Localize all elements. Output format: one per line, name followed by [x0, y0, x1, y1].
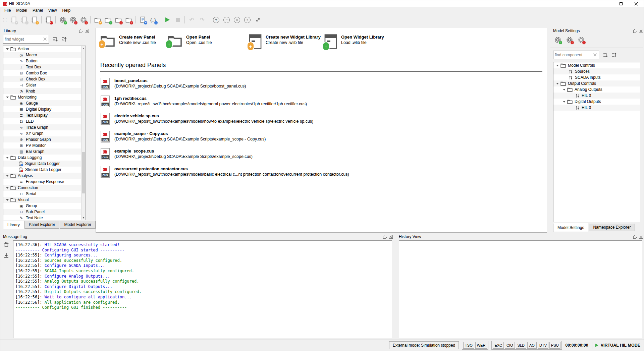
tree-row-text-box[interactable]: ⌶Text Box — [3, 64, 86, 70]
tree-row-digital-display[interactable]: ▦Digital Display — [3, 106, 86, 112]
status-flag-cio[interactable]: CIO — [505, 342, 515, 349]
status-flag-tso[interactable]: TSO — [463, 342, 474, 349]
scrollbar-thumb[interactable] — [82, 152, 85, 193]
expand-arrow-icon[interactable] — [6, 187, 9, 189]
float-panel-icon[interactable] — [633, 234, 637, 239]
expand-arrow-icon[interactable] — [6, 157, 9, 159]
tree-row-frequency-response[interactable]: ≋Frequency Response — [3, 179, 86, 185]
folder-badge-red-1-icon[interactable]: ↓ — [114, 15, 123, 24]
scroll-up-icon[interactable]: ▲ — [82, 46, 86, 50]
tree-row-text-display[interactable]: ≣Text Display — [3, 112, 86, 118]
gear-badge-red-icon[interactable]: ↓ — [68, 15, 77, 24]
tree-row-visual[interactable]: Visual — [3, 197, 86, 203]
expand-arrow-icon[interactable] — [6, 175, 9, 177]
folder-badge-yellow-icon[interactable]: + — [93, 15, 102, 24]
close-panel-icon[interactable] — [639, 234, 643, 239]
toolbar-drag-handle[interactable]: ⋮⋮ — [2, 18, 7, 22]
braces-badge-blue-icon[interactable]: {..}↓ — [149, 15, 158, 24]
tree-row-check-box[interactable]: ☑Check Box — [3, 76, 86, 82]
expand-arrow-icon[interactable] — [6, 48, 9, 50]
tree-row-sources[interactable]: Sources — [553, 68, 640, 74]
status-flag-psu[interactable]: PSU — [549, 342, 560, 349]
tree-row-trace-graph[interactable]: ∿Trace Graph — [3, 124, 86, 130]
tree-row-monitoring[interactable]: Monitoring — [3, 94, 86, 100]
gear-badge-red-icon[interactable]: ↓ — [565, 35, 574, 44]
float-panel-icon[interactable] — [633, 28, 637, 33]
tree-row-analysis[interactable]: Analysis — [3, 173, 86, 179]
tree-row-macro[interactable]: ◷Macro — [3, 52, 86, 58]
expand-all-icon[interactable] — [53, 37, 59, 43]
tree-row-phasor-graph[interactable]: ⊛Phasor Graph — [3, 136, 86, 142]
close-button[interactable] — [629, 0, 644, 7]
zoom-in-icon[interactable]: + — [212, 15, 221, 24]
gear-outline-badge-red-icon[interactable]: ↓ — [79, 15, 88, 24]
close-panel-icon[interactable] — [639, 28, 643, 33]
tree-row-slider[interactable]: ⊣Slider — [3, 82, 86, 88]
tree-row-signal-data-logger[interactable]: Signal Data Logger — [3, 161, 86, 167]
collapse-all-icon[interactable] — [611, 52, 618, 59]
clear-search-icon[interactable] — [42, 37, 48, 42]
tab-namespace-explorer[interactable]: Namespace Explorer — [589, 224, 635, 231]
clear-search-icon[interactable] — [592, 52, 598, 58]
tree-row-knob[interactable]: ◔Knob — [3, 88, 86, 94]
library-search-input[interactable] — [3, 37, 42, 42]
menu-model[interactable]: Model — [13, 7, 30, 13]
recent-panel-example-scope-copy-cus[interactable]: CUS example_scope - Copy.cus(D:\WORK\_pr… — [101, 131, 266, 144]
tree-row-xy-graph[interactable]: ∿XY Graph — [3, 130, 86, 136]
panel-typhoon-icon[interactable]: ◠ — [44, 15, 53, 24]
tree-row-bar-graph[interactable]: ▥Bar Graph — [3, 149, 86, 155]
message-log-output[interactable]: [16:22:36]: HIL SCADA successfully start… — [13, 240, 392, 338]
scroll-to-bottom-icon[interactable] — [3, 252, 10, 258]
expand-all-icon[interactable] — [603, 52, 609, 59]
recent-panel-1ph-rectifier-cus[interactable]: CUS 1ph rectifier.cus(D:\WORK\_repos\t_s… — [101, 96, 307, 109]
expand-arrow-icon[interactable] — [563, 89, 566, 91]
menu-help[interactable]: Help — [60, 7, 73, 13]
float-panel-icon[interactable] — [79, 28, 83, 33]
action-create-new-widget-library[interactable]: + Create new Widget LibraryCreate new .w… — [249, 34, 321, 50]
gear-badge-green-icon[interactable]: ↑ — [553, 35, 562, 44]
script-badge-blue-icon[interactable]: + — [138, 15, 147, 24]
tab-model-explorer[interactable]: Model Explorer — [60, 221, 96, 229]
status-flag-ao[interactable]: AO — [527, 342, 537, 349]
tree-row-hil-0[interactable]: HIL 0 — [553, 105, 640, 111]
tab-library[interactable]: Library — [3, 221, 24, 229]
tree-row-sub-panel[interactable]: ⊡Sub-Panel — [3, 209, 86, 215]
maximize-button[interactable] — [613, 0, 629, 7]
tree-row-gauge[interactable]: ◉Gauge — [3, 100, 86, 106]
tree-row-stream-data-logger[interactable]: Stream Data Logger — [3, 167, 86, 173]
folder-badge-green-icon[interactable]: ↑ — [103, 15, 112, 24]
tree-row-pv-monitor[interactable]: ⊞PV Monitor — [3, 142, 86, 149]
scroll-down-icon[interactable]: ▼ — [82, 216, 86, 220]
tree-row-model-controls[interactable]: Model Controls — [553, 62, 640, 68]
fullscreen-icon[interactable] — [253, 15, 262, 24]
expand-arrow-icon[interactable] — [563, 101, 566, 103]
tab-panel-explorer[interactable]: Panel Explorer — [24, 221, 60, 229]
action-open-widget-library[interactable]: ↑ Open Widget LibraryLoad .wlib file — [324, 34, 384, 50]
status-flag-wer[interactable]: WER — [475, 342, 487, 349]
tree-row-led[interactable]: ΩLED — [3, 118, 86, 124]
tree-row-connection[interactable]: Connection — [3, 185, 86, 191]
panel-badge-yellow-icon[interactable]: ! — [30, 15, 39, 24]
expand-arrow-icon[interactable] — [6, 97, 9, 98]
tree-row-scada-inputs[interactable]: SCADA Inputs — [553, 74, 640, 80]
menu-panel[interactable]: Panel — [30, 7, 46, 13]
tree-row-combo-box[interactable]: ⊟Combo Box — [3, 70, 86, 76]
play-icon[interactable] — [163, 15, 172, 24]
gear-outline-badge-red-icon[interactable]: ↓ — [577, 35, 586, 44]
clear-log-icon[interactable] — [3, 241, 10, 248]
minimize-button[interactable] — [598, 0, 613, 7]
status-flag-dtv[interactable]: DTV — [538, 342, 548, 349]
tree-row-button[interactable]: ⇖Button — [3, 58, 86, 64]
status-flag-sld[interactable]: SLD — [516, 342, 526, 349]
recent-panel-overcurrent-protection-contactor-cus[interactable]: CUS overcurrent protection contactor.cus… — [101, 166, 349, 179]
status-flag-exc[interactable]: EXC — [493, 342, 504, 349]
tree-row-hil-0[interactable]: HIL 0 — [553, 93, 640, 99]
library-scrollbar[interactable]: ▲ ▼ — [81, 46, 86, 220]
tree-row-data-logging[interactable]: Data Logging — [3, 155, 86, 161]
recent-panel-boost-panel-cus[interactable]: CUS boost_panel.cus(D:\WORK\_projects\De… — [101, 78, 246, 91]
folder-badge-red-2-icon[interactable]: ↑ — [124, 15, 133, 24]
action-create-new-panel[interactable]: + Create new PanelCreate new .cus file — [100, 34, 156, 48]
gear-badge-green-icon[interactable]: ↑ — [58, 15, 67, 24]
zoom-fit-icon[interactable]: ▫ — [243, 15, 252, 24]
zoom-reset-icon[interactable]: = — [232, 15, 241, 24]
